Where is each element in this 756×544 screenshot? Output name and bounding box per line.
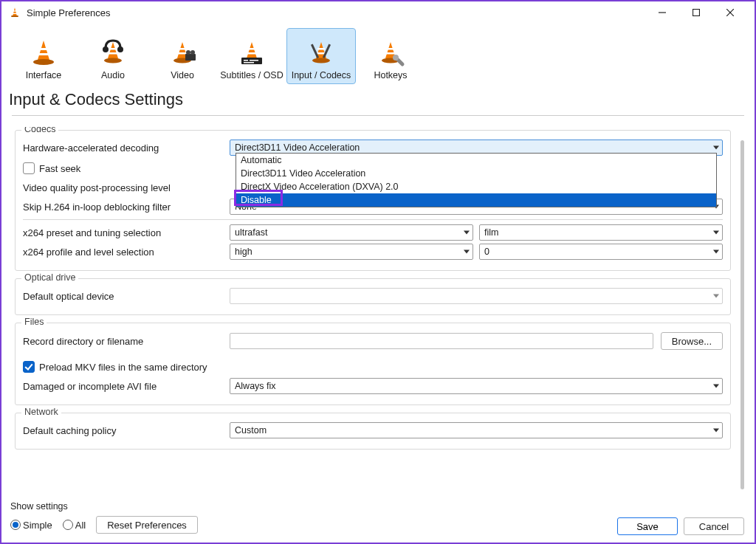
combo-value: film xyxy=(484,227,709,238)
radio-label: All xyxy=(75,520,86,531)
maximize-button[interactable] xyxy=(679,1,713,24)
combo-value: Custom xyxy=(235,425,709,435)
group-legend: Codecs xyxy=(21,127,58,134)
tab-input-codecs[interactable]: Input / Codecs xyxy=(286,28,356,84)
checkbox-icon xyxy=(23,361,35,373)
close-button[interactable] xyxy=(713,1,747,24)
svg-rect-7 xyxy=(39,48,48,50)
x264-preset-combo[interactable]: ultrafast xyxy=(230,224,473,241)
chevron-down-icon xyxy=(713,385,719,388)
checkbox-label: Fast seek xyxy=(39,163,80,174)
group-legend: Network xyxy=(21,407,61,417)
avi-label: Damaged or incomplete AVI file xyxy=(23,381,222,392)
combo-value: high xyxy=(235,247,459,257)
window-title: Simple Preferences xyxy=(27,7,645,18)
svg-rect-2 xyxy=(11,16,18,17)
hw-decoding-dropdown[interactable]: Automatic Direct3D11 Video Acceleration … xyxy=(236,153,717,207)
browse-button[interactable]: Browse... xyxy=(661,332,723,350)
x264-profile-label: x264 profile and level selection xyxy=(23,247,222,258)
cone-icon xyxy=(29,38,58,67)
radio-icon xyxy=(10,520,21,530)
checkbox-label: Preload MKV files in the same directory xyxy=(39,362,207,373)
page-title: Input & Codecs Settings xyxy=(1,87,755,114)
x264-level-combo[interactable]: 0 xyxy=(479,244,723,260)
group-codecs: Codecs Hardware-accelerated decoding Dir… xyxy=(15,130,731,271)
chevron-down-icon xyxy=(713,295,719,298)
svg-rect-25 xyxy=(244,60,248,61)
record-dir-label: Record directory or filename xyxy=(23,336,222,347)
svg-rect-32 xyxy=(311,44,319,58)
bottom-bar: Show settings Simple All Reset Preferenc… xyxy=(9,504,747,537)
svg-point-12 xyxy=(104,58,122,63)
dropdown-option[interactable]: Direct3D11 Video Acceleration xyxy=(236,167,716,180)
chevron-down-icon xyxy=(464,250,470,254)
hw-decoding-label: Hardware-accelerated decoding xyxy=(23,142,222,154)
tab-interface[interactable]: Interface xyxy=(9,28,78,84)
tab-audio[interactable]: Audio xyxy=(78,28,148,84)
chevron-down-icon xyxy=(713,250,719,254)
record-dir-input[interactable] xyxy=(230,333,653,349)
chevron-down-icon xyxy=(713,146,719,150)
svg-rect-26 xyxy=(250,60,258,61)
cancel-button[interactable]: Cancel xyxy=(684,517,744,535)
svg-rect-28 xyxy=(317,48,325,50)
svg-rect-21 xyxy=(248,48,255,50)
settings-scroll-area: Codecs Hardware-accelerated decoding Dir… xyxy=(9,127,747,503)
caching-combo[interactable]: Custom xyxy=(230,422,723,438)
tab-subtitles-osd[interactable]: Subtitles / OSD xyxy=(217,28,286,84)
dropdown-option[interactable]: Disable xyxy=(236,193,716,207)
svg-point-13 xyxy=(103,47,109,52)
svg-rect-8 xyxy=(38,53,49,55)
tab-hotkeys[interactable]: Hotkeys xyxy=(356,28,425,84)
dropdown-option[interactable]: Automatic xyxy=(236,154,716,167)
scrollbar[interactable] xyxy=(740,140,744,489)
minimize-button[interactable] xyxy=(645,1,679,24)
default-optical-combo[interactable] xyxy=(230,288,723,304)
tab-video[interactable]: Video xyxy=(148,28,217,84)
avi-combo[interactable]: Always fix xyxy=(230,378,723,394)
svg-rect-16 xyxy=(178,52,187,55)
preload-mkv-checkbox[interactable]: Preload MKV files in the same directory xyxy=(23,361,207,373)
divider xyxy=(23,219,723,220)
divider xyxy=(12,115,744,116)
vlc-icon xyxy=(9,7,21,18)
radio-icon xyxy=(63,520,73,530)
radio-all[interactable]: All xyxy=(63,520,93,531)
reset-preferences-button[interactable]: Reset Preferences xyxy=(96,516,198,534)
chevron-down-icon xyxy=(713,231,719,235)
cone-tools-icon xyxy=(306,38,336,67)
svg-point-9 xyxy=(33,59,54,65)
tab-label: Interface xyxy=(26,70,62,80)
tab-label: Hotkeys xyxy=(374,70,407,80)
tab-label: Subtitles / OSD xyxy=(220,70,283,80)
save-button[interactable]: Save xyxy=(617,517,678,535)
x264-tune-combo[interactable]: film xyxy=(479,224,723,241)
tab-label: Video xyxy=(171,70,194,80)
svg-rect-22 xyxy=(247,52,256,55)
group-files: Files Record directory or filename Brows… xyxy=(15,323,731,405)
chevron-down-icon xyxy=(713,429,719,433)
group-legend: Optical drive xyxy=(21,272,78,283)
group-legend: Files xyxy=(21,317,47,327)
svg-rect-34 xyxy=(386,52,395,55)
radio-simple[interactable]: Simple xyxy=(10,520,60,531)
x264-profile-combo[interactable]: high xyxy=(230,244,473,260)
cone-wrench-icon xyxy=(376,38,405,67)
cone-subtitles-icon xyxy=(237,38,267,67)
combo-value: 0 xyxy=(484,247,709,257)
svg-point-20 xyxy=(190,50,195,55)
skip-h264-label: Skip H.264 in-loop deblocking filter xyxy=(23,202,222,213)
tab-label: Audio xyxy=(101,70,125,80)
combo-value: ultrafast xyxy=(235,227,459,238)
combo-value: Always fix xyxy=(235,381,709,391)
cone-film-icon xyxy=(168,38,197,67)
svg-rect-0 xyxy=(13,10,16,11)
svg-rect-18 xyxy=(185,54,196,61)
svg-point-14 xyxy=(117,47,123,52)
fast-seek-checkbox[interactable]: Fast seek xyxy=(23,162,80,174)
dropdown-option[interactable]: DirectX Video Acceleration (DXVA) 2.0 xyxy=(236,180,716,193)
svg-point-36 xyxy=(393,55,399,61)
group-optical: Optical drive Default optical device xyxy=(15,278,731,315)
show-settings-legend: Show settings xyxy=(10,501,68,512)
svg-rect-27 xyxy=(244,62,254,63)
